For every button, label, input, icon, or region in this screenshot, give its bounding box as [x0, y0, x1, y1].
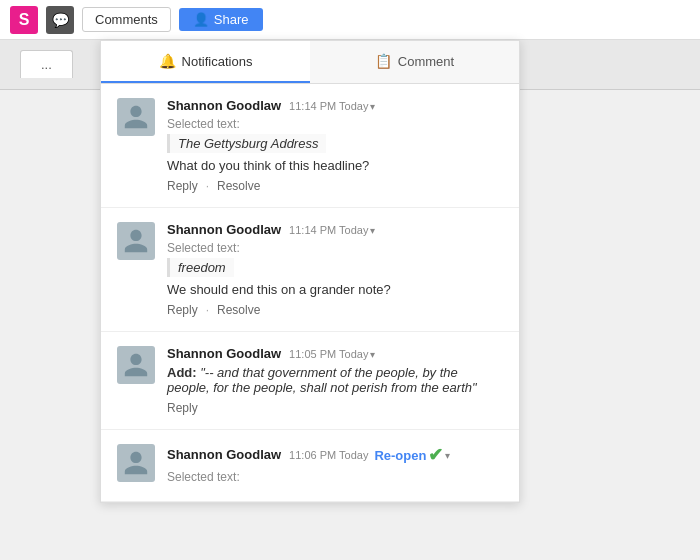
notifications-panel: 🔔 Notifications 📋 Comment Shannon Goodla…	[100, 40, 520, 503]
reply-button[interactable]: Reply	[167, 179, 198, 193]
comment-content: Shannon Goodlaw 11:06 PM Today Re-open ✔…	[167, 444, 503, 487]
share-button[interactable]: 👤 Share	[179, 8, 263, 31]
list-item: Shannon Goodlaw 11:06 PM Today Re-open ✔…	[101, 430, 519, 502]
comment-time: 11:14 PM Today ▾	[289, 224, 375, 236]
comment-header: Shannon Goodlaw 11:05 PM Today ▾	[167, 346, 503, 361]
chat-icon[interactable]: 💬	[46, 6, 74, 34]
share-person-icon: 👤	[193, 12, 209, 27]
avatar	[117, 346, 155, 384]
selected-text-value: The Gettysburg Address	[167, 134, 326, 153]
bell-icon: 🔔	[159, 53, 176, 69]
comment-actions: Reply · Resolve	[167, 179, 503, 193]
comment-author: Shannon Goodlaw	[167, 447, 281, 462]
tab-notifications[interactable]: 🔔 Notifications	[101, 41, 310, 83]
comment-header: Shannon Goodlaw 11:14 PM Today ▾	[167, 98, 503, 113]
comment-body: Add: "-- and that government of the peop…	[167, 365, 503, 395]
comment-author: Shannon Goodlaw	[167, 222, 281, 237]
resolved-checkmark-icon: ✔	[428, 444, 443, 466]
comment-header: Shannon Goodlaw 11:14 PM Today ▾	[167, 222, 503, 237]
comment-actions: Reply · Resolve	[167, 303, 503, 317]
tab-comment[interactable]: 📋 Comment	[310, 41, 519, 83]
add-body-text: "-- and that government of the people, b…	[167, 365, 477, 395]
comment-time: 11:05 PM Today ▾	[289, 348, 375, 360]
comment-tab-icon: 📋	[375, 53, 392, 69]
reopen-button[interactable]: Re-open	[374, 448, 426, 463]
resolve-button[interactable]: Resolve	[217, 303, 260, 317]
toolbar: S 💬 Comments 👤 Share	[0, 0, 700, 40]
add-label: Add:	[167, 365, 197, 380]
reply-button[interactable]: Reply	[167, 303, 198, 317]
comment-time: 11:06 PM Today Re-open ✔ ▾	[289, 444, 450, 466]
avatar	[117, 222, 155, 260]
reply-button[interactable]: Reply	[167, 401, 198, 415]
chevron-down-icon[interactable]: ▾	[370, 349, 375, 360]
avatar	[117, 98, 155, 136]
s-icon[interactable]: S	[10, 6, 38, 34]
chevron-down-icon[interactable]: ▾	[445, 450, 450, 461]
selected-text-label: Selected text:	[167, 241, 503, 255]
selected-text-value: freedom	[167, 258, 234, 277]
list-item: Shannon Goodlaw 11:14 PM Today ▾ Selecte…	[101, 84, 519, 208]
comment-content: Shannon Goodlaw 11:05 PM Today ▾ Add: "-…	[167, 346, 503, 415]
comment-content: Shannon Goodlaw 11:14 PM Today ▾ Selecte…	[167, 222, 503, 317]
selected-text-label: Selected text:	[167, 470, 503, 484]
comment-author: Shannon Goodlaw	[167, 346, 281, 361]
list-item: Shannon Goodlaw 11:14 PM Today ▾ Selecte…	[101, 208, 519, 332]
comment-body: What do you think of this headline?	[167, 158, 503, 173]
comment-actions: Reply	[167, 401, 503, 415]
comments-list: Shannon Goodlaw 11:14 PM Today ▾ Selecte…	[101, 84, 519, 502]
avatar	[117, 444, 155, 482]
resolve-button[interactable]: Resolve	[217, 179, 260, 193]
tabs-container: 🔔 Notifications 📋 Comment	[101, 41, 519, 84]
comment-time: 11:14 PM Today ▾	[289, 100, 375, 112]
comment-author: Shannon Goodlaw	[167, 98, 281, 113]
list-item: Shannon Goodlaw 11:05 PM Today ▾ Add: "-…	[101, 332, 519, 430]
comment-header: Shannon Goodlaw 11:06 PM Today Re-open ✔…	[167, 444, 503, 466]
document-tab[interactable]: ...	[20, 50, 73, 78]
chevron-down-icon[interactable]: ▾	[370, 101, 375, 112]
selected-text-label: Selected text:	[167, 117, 503, 131]
comments-button[interactable]: Comments	[82, 7, 171, 32]
comment-body: We should end this on a grander note?	[167, 282, 503, 297]
chevron-down-icon[interactable]: ▾	[370, 225, 375, 236]
comment-content: Shannon Goodlaw 11:14 PM Today ▾ Selecte…	[167, 98, 503, 193]
